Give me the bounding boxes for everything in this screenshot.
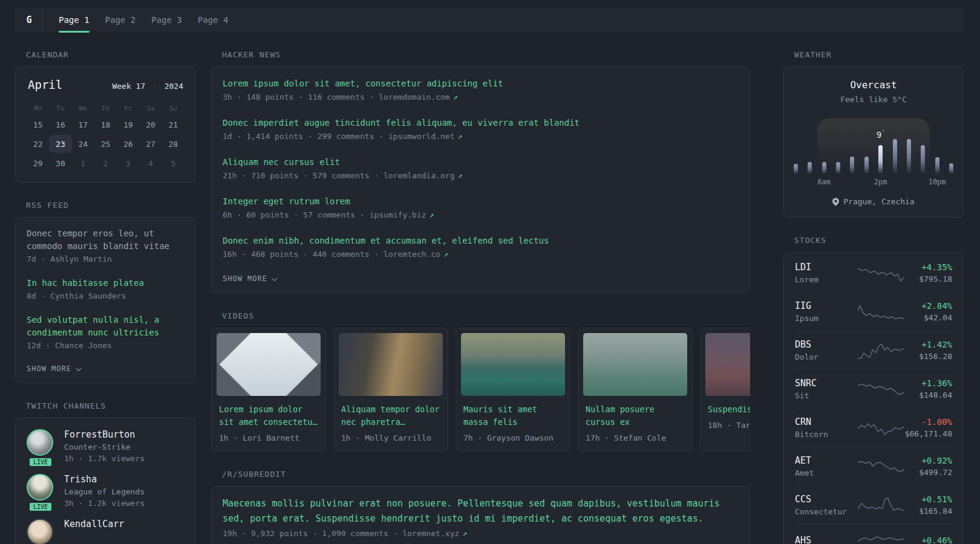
stocks-header: STOCKS bbox=[794, 236, 964, 245]
video-title-link[interactable]: Lorem ipsum dolor sit amet consectetu… bbox=[219, 403, 318, 429]
weekday-label: Th bbox=[94, 102, 117, 114]
stock-info: AET Amet bbox=[795, 455, 858, 478]
logo[interactable]: G bbox=[15, 8, 44, 32]
twitch-channel-link[interactable]: ForrestBurton bbox=[64, 429, 145, 440]
stock-info: DBS Dolor bbox=[795, 339, 858, 361]
calendar-day: 22 bbox=[27, 135, 49, 153]
stock-symbol-link[interactable]: CRN bbox=[795, 416, 858, 427]
stock-info: SNRC Sit bbox=[795, 378, 858, 400]
tab-page-3[interactable]: Page 3 bbox=[151, 8, 182, 32]
rss-item-link[interactable]: Sed volutpat nulla nisl, a condimentum n… bbox=[27, 314, 185, 339]
stock-info: CCS Consectetur bbox=[795, 494, 858, 516]
hackernews-item-link[interactable]: Aliquam nec cursus elit bbox=[223, 155, 739, 169]
hackernews-item-link[interactable]: Lorem ipsum dolor sit amet, consectetur … bbox=[223, 77, 739, 90]
video-card[interactable]: Nullam posuere cursus ex 17h · Stefan Co… bbox=[578, 328, 693, 452]
external-link-icon: ↗ bbox=[453, 92, 458, 102]
external-link-icon: ↗ bbox=[443, 250, 448, 259]
weather-card: Overcast Feels like 5°C 9° 6am2pm10pm Pr… bbox=[783, 66, 964, 218]
stock-price: $66,171.48 bbox=[904, 429, 952, 438]
stock-info: AHS bbox=[795, 535, 858, 544]
calendar-day: 17 bbox=[72, 115, 94, 134]
stock-sparkline bbox=[858, 342, 904, 360]
hackernews-item-link[interactable]: Donec imperdiet augue tincidunt felis al… bbox=[223, 116, 739, 129]
weather-location-text: Prague, Czechia bbox=[843, 197, 914, 206]
stock-symbol-link[interactable]: IIG bbox=[795, 300, 858, 311]
hackernews-item: Integer eget rutrum lorem 6h · 60 points… bbox=[223, 195, 739, 219]
avatar[interactable] bbox=[27, 474, 53, 500]
twitch-channel-link[interactable]: Trisha bbox=[64, 474, 145, 485]
weather-bar bbox=[794, 164, 798, 174]
rss-show-more-button[interactable]: SHOW MORE bbox=[27, 364, 80, 373]
weather-hourly-chart: 9° bbox=[794, 118, 953, 174]
stock-name: Bitcorn bbox=[795, 430, 858, 439]
stock-symbol-link[interactable]: AHS bbox=[795, 535, 858, 544]
weather-bar bbox=[893, 139, 897, 174]
weather-hour-label: 6am bbox=[817, 178, 831, 186]
calendar-week-year: Week 17 · 2024 bbox=[112, 82, 183, 91]
video-title-link[interactable]: Nullam posuere cursus ex bbox=[586, 403, 685, 429]
videos-widget: VIDEOS Lorem ipsum dolor sit amet consec… bbox=[211, 311, 750, 452]
calendar-grid: Mo Tu We Th Fr Sa Su 1516171819202122232… bbox=[27, 102, 185, 172]
hackernews-domain-link[interactable]: ipsumworld.net bbox=[388, 132, 455, 141]
hackernews-item-link[interactable]: Donec enim nibh, condimentum et accumsan… bbox=[223, 234, 739, 247]
stock-change: +0.92% bbox=[904, 456, 952, 465]
stock-values: +0.46% bbox=[904, 536, 952, 544]
stock-symbol-link[interactable]: SNRC bbox=[795, 378, 858, 389]
subreddit-domain-link[interactable]: loremnet.xyz bbox=[402, 529, 459, 538]
meta-text: 3h · 148 points · 116 comments · bbox=[223, 92, 374, 102]
video-title-link[interactable]: Aliquam tempor dolor nec pharetra… bbox=[341, 403, 440, 429]
stock-row: DBS Dolor +1.42% $156.28 bbox=[795, 331, 952, 370]
weather-bar bbox=[836, 162, 840, 174]
tab-page-2[interactable]: Page 2 bbox=[105, 8, 136, 32]
hackernews-domain-link[interactable]: ipsumify.biz bbox=[370, 210, 426, 219]
show-more-label: SHOW MORE bbox=[223, 274, 267, 283]
twitch-channel-link[interactable]: KendallCarr bbox=[64, 519, 124, 529]
video-thumbnail[interactable] bbox=[217, 333, 321, 396]
calendar-day: 30 bbox=[49, 154, 71, 172]
hackernews-domain-link[interactable]: loremdomain.com bbox=[379, 92, 449, 102]
subreddit-post-link[interactable]: Maecenas mollis pulvinar erat non posuer… bbox=[223, 496, 739, 526]
video-thumbnail[interactable] bbox=[339, 333, 443, 396]
hackernews-widget: HACKER NEWS Lorem ipsum dolor sit amet, … bbox=[211, 50, 750, 293]
stock-row: AET Amet +0.92% $499.72 bbox=[795, 447, 952, 486]
video-card[interactable]: Aliquam tempor dolor nec pharetra… 1h · … bbox=[333, 328, 448, 452]
weather-bar bbox=[864, 157, 869, 174]
weather-header: WEATHER bbox=[794, 50, 964, 59]
hackernews-show-more-button[interactable]: SHOW MORE bbox=[223, 274, 276, 283]
video-thumbnail[interactable] bbox=[583, 333, 687, 396]
stock-symbol-link[interactable]: DBS bbox=[795, 339, 858, 350]
stock-symbol-link[interactable]: AET bbox=[795, 455, 858, 466]
rss-item-link[interactable]: In hac habitasse platea bbox=[27, 277, 185, 290]
hackernews-domain-link[interactable]: loremtech.co bbox=[384, 250, 440, 259]
live-badge: LIVE bbox=[28, 502, 53, 512]
meta-text: 1d · 1,414 points · 299 comments · bbox=[223, 132, 384, 141]
avatar[interactable] bbox=[27, 519, 53, 544]
avatar[interactable] bbox=[27, 429, 53, 456]
video-title-link[interactable]: Suspendisse diam bbox=[708, 403, 750, 416]
hackernews-item: Aliquam nec cursus elit 21h · 710 points… bbox=[223, 155, 739, 180]
stock-name: Lorem bbox=[795, 275, 858, 284]
rss-item-link[interactable]: Donec tempor eros leo, ut commodo mauris… bbox=[27, 227, 185, 253]
hackernews-item-link[interactable]: Integer eget rutrum lorem bbox=[223, 195, 739, 208]
chevron-down-icon bbox=[272, 275, 278, 281]
video-title-link[interactable]: Mauris sit amet massa felis bbox=[463, 403, 563, 429]
twitch-category[interactable]: Counter-Strike bbox=[64, 442, 145, 452]
stock-row: LDI Lorem +4.35% $795.18 bbox=[795, 254, 952, 293]
video-thumbnail[interactable] bbox=[705, 333, 750, 396]
calendar-widget: CALENDAR April Week 17 · 2024 Mo Tu We bbox=[15, 50, 196, 183]
stock-name: Consectetur bbox=[795, 507, 858, 516]
video-card[interactable]: Mauris sit amet massa felis 7h · Grayson… bbox=[456, 328, 570, 452]
tab-page-1[interactable]: Page 1 bbox=[59, 8, 90, 32]
video-card[interactable]: Suspendisse diam 18h · Tara bbox=[700, 328, 750, 452]
external-link-icon: ↗ bbox=[430, 210, 434, 219]
video-thumbnail[interactable] bbox=[461, 333, 565, 396]
tab-page-4[interactable]: Page 4 bbox=[198, 8, 229, 32]
stock-price: $156.28 bbox=[904, 352, 952, 361]
twitch-category[interactable]: League of Legends bbox=[64, 487, 145, 496]
stock-symbol-link[interactable]: CCS bbox=[795, 494, 858, 505]
hackernews-domain-link[interactable]: loremlandia.org bbox=[384, 171, 454, 180]
stock-symbol-link[interactable]: LDI bbox=[795, 262, 858, 273]
stock-row: IIG Ipsum +2.84% $42.04 bbox=[795, 293, 952, 331]
video-card[interactable]: Lorem ipsum dolor sit amet consectetu… 1… bbox=[211, 328, 326, 452]
video-meta: 18h · Tara bbox=[708, 421, 750, 430]
